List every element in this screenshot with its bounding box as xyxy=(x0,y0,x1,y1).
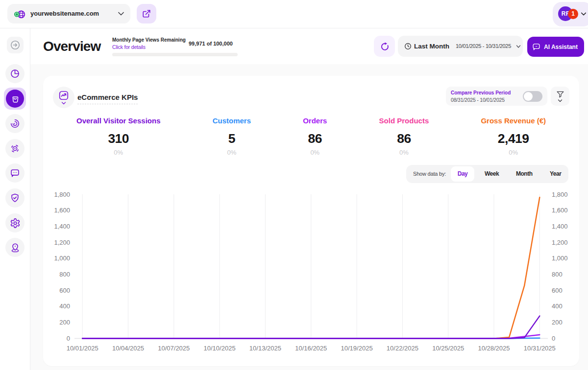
svg-text:800: 800 xyxy=(552,271,563,278)
svg-text:10/07/2025: 10/07/2025 xyxy=(158,345,190,352)
svg-text:10/22/2025: 10/22/2025 xyxy=(387,345,418,352)
svg-text:1,600: 1,600 xyxy=(54,207,70,214)
svg-text:1,200: 1,200 xyxy=(552,239,568,246)
svg-text:1,800: 1,800 xyxy=(54,191,70,198)
svg-text:10/13/2025: 10/13/2025 xyxy=(249,345,281,352)
svg-text:10/31/2025: 10/31/2025 xyxy=(524,345,556,352)
svg-text:600: 600 xyxy=(552,287,563,294)
svg-text:10/28/2025: 10/28/2025 xyxy=(478,345,510,352)
svg-text:1,000: 1,000 xyxy=(54,254,70,262)
svg-text:10/25/2025: 10/25/2025 xyxy=(432,345,464,352)
svg-text:200: 200 xyxy=(59,319,70,326)
svg-text:1,800: 1,800 xyxy=(552,191,568,198)
svg-text:10/19/2025: 10/19/2025 xyxy=(341,345,373,352)
svg-text:1,400: 1,400 xyxy=(54,223,70,230)
svg-text:400: 400 xyxy=(552,302,563,310)
svg-text:0: 0 xyxy=(67,335,70,342)
svg-text:1,400: 1,400 xyxy=(552,223,568,230)
svg-text:10/01/2025: 10/01/2025 xyxy=(67,345,98,352)
svg-text:600: 600 xyxy=(59,287,70,294)
svg-text:10/04/2025: 10/04/2025 xyxy=(112,345,144,352)
svg-text:10/16/2025: 10/16/2025 xyxy=(295,345,327,352)
svg-text:800: 800 xyxy=(59,271,70,278)
svg-text:0: 0 xyxy=(552,335,555,342)
svg-text:10/10/2025: 10/10/2025 xyxy=(204,345,236,352)
svg-text:200: 200 xyxy=(552,319,563,326)
svg-text:1,000: 1,000 xyxy=(552,254,568,262)
svg-text:1,600: 1,600 xyxy=(552,207,568,214)
svg-text:400: 400 xyxy=(59,302,70,310)
svg-text:1,200: 1,200 xyxy=(54,239,70,246)
